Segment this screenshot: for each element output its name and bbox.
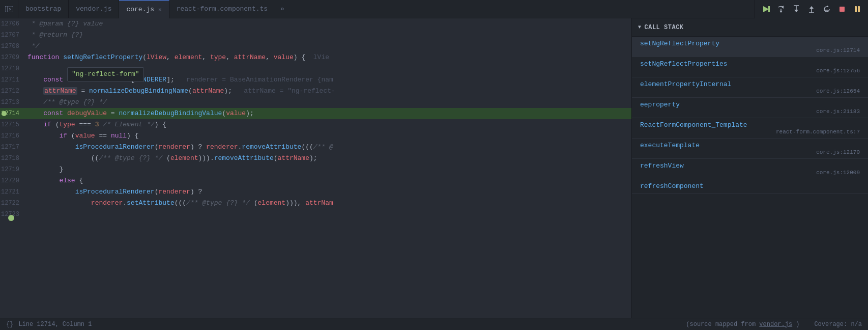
tab-vendor[interactable]: vendor.js (69, 0, 119, 18)
call-stack-panel: ▼ Call Stack setNgReflectProperty core.j… (631, 18, 868, 318)
debug-toolbar (755, 0, 868, 18)
tab-react-form[interactable]: react-form.component.ts (169, 0, 275, 18)
tab-bar: bootstrap vendor.js core.js ✕ react-form… (0, 0, 868, 18)
restart-button[interactable] (820, 3, 833, 16)
table-row: 12713 /** @type {?} */ (0, 97, 631, 108)
coverage-label: Coverage: n/a (814, 321, 862, 328)
tab-core[interactable]: core.js ✕ (119, 0, 169, 18)
vendor-link[interactable]: vendor.js (759, 321, 792, 328)
list-item[interactable]: executeTemplate core.js:12170 (632, 139, 868, 159)
table-row: 12706 * @param {?} value (0, 18, 631, 30)
code-editor[interactable]: 12706 * @param {?} value 12707 * @return… (0, 18, 631, 318)
svg-marker-4 (763, 6, 769, 12)
svg-rect-19 (858, 6, 860, 12)
call-stack-title: Call Stack (645, 24, 684, 31)
status-bar: {} Line 12714, Column 1 (source mapped f… (0, 318, 868, 330)
table-row: 12712 attrName = normalizeDebugBindingNa… (0, 86, 631, 97)
cursor-position: Line 12714, Column 1 (18, 321, 92, 328)
list-item[interactable]: eeproperty core.js:21183 (632, 98, 868, 118)
main-content: 12706 * @param {?} value 12707 * @return… (0, 18, 868, 318)
call-stack-header: ▼ Call Stack (632, 18, 868, 37)
status-right: (source mapped from vendor.js ) Coverage… (686, 321, 862, 328)
stop-button[interactable] (835, 3, 849, 16)
code-lines: 12706 * @param {?} value 12707 * @return… (0, 18, 631, 318)
step-into-button[interactable] (790, 3, 803, 16)
svg-rect-5 (768, 6, 770, 12)
svg-marker-10 (794, 10, 798, 12)
svg-marker-13 (809, 6, 814, 9)
tab-overflow-button[interactable]: » (275, 5, 290, 13)
step-out-button[interactable] (805, 3, 818, 16)
tab-bootstrap[interactable]: bootstrap (18, 0, 69, 18)
table-row: 12715 if (type === 3 /* Element */) { (0, 119, 631, 130)
list-item[interactable]: ReactFormComponent_Template react-form.c… (632, 118, 868, 139)
collapse-sidebar-button[interactable] (0, 0, 18, 18)
source-mapped-label: (source mapped from (686, 321, 756, 328)
table-row: 12721 isProceduralRenderer(renderer) ? (0, 186, 631, 198)
step-over-button[interactable] (774, 3, 788, 16)
table-row: 12719 } (0, 164, 631, 175)
call-stack-list: setNgReflectProperty core.js:12714 setNg… (632, 37, 868, 318)
table-row: 12717 isProceduralRenderer(renderer) ? r… (0, 142, 631, 153)
continue-button[interactable] (759, 3, 772, 16)
svg-rect-18 (855, 6, 857, 12)
table-row: 12710 "ng-reflect-form" (0, 63, 631, 74)
svg-rect-17 (840, 7, 845, 12)
svg-line-3 (9, 9, 11, 10)
source-mapped-end: ) (796, 321, 799, 328)
svg-rect-0 (5, 6, 13, 12)
pause-button[interactable] (851, 3, 864, 16)
table-row: 12716 if (value == null) { (0, 130, 631, 142)
table-row: 12718 ((/** @type {?} */ (element))).rem… (0, 153, 631, 164)
svg-marker-8 (779, 11, 783, 13)
table-row: 12714 const debugValue = normalizeDebugB… (0, 108, 631, 119)
table-row: 12720 else { (0, 175, 631, 186)
table-row: 12707 * @return {?} (0, 30, 631, 41)
table-row: 12723 (0, 209, 631, 220)
list-item[interactable]: setNgReflectProperty core.js:12714 (632, 37, 868, 57)
list-item[interactable]: setNgReflectProperties core.js:12756 (632, 57, 868, 77)
svg-marker-15 (827, 5, 829, 7)
brace-icon: {} (6, 321, 13, 328)
list-item[interactable]: refreshComponent (632, 179, 868, 194)
close-tab-icon[interactable]: ✕ (158, 6, 162, 13)
list-item[interactable]: elementPropertyInternal core.js:12654 (632, 77, 868, 98)
list-item[interactable]: refreshView core.js:12009 (632, 159, 868, 179)
chevron-down-icon: ▼ (638, 24, 642, 30)
